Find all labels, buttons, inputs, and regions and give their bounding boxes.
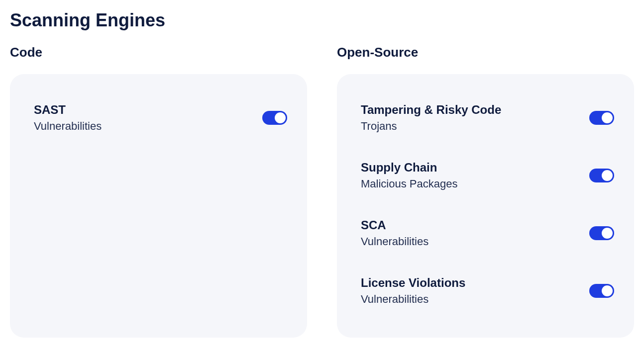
engine-text: Supply Chain Malicious Packages — [361, 161, 457, 190]
engine-row-sca: SCA Vulnerabilities — [361, 209, 614, 257]
toggle-sca[interactable] — [589, 226, 614, 240]
toggle-knob — [602, 170, 613, 181]
toggle-knob — [602, 228, 613, 239]
engine-desc: Vulnerabilities — [361, 235, 429, 248]
engine-row-tampering: Tampering & Risky Code Trojans — [361, 94, 614, 142]
engine-text: Tampering & Risky Code Trojans — [361, 103, 501, 133]
section-title-open-source: Open-Source — [337, 45, 634, 60]
engine-desc: Vulnerabilities — [361, 293, 465, 306]
section-title-code: Code — [10, 45, 307, 60]
engine-text: SCA Vulnerabilities — [361, 218, 429, 248]
toggle-supply-chain[interactable] — [589, 169, 614, 182]
card-open-source: Tampering & Risky Code Trojans Supply Ch… — [337, 74, 634, 338]
engine-desc: Trojans — [361, 120, 501, 133]
engine-row-license: License Violations Vulnerabilities — [361, 267, 614, 315]
column-code: Code SAST Vulnerabilities — [10, 45, 307, 338]
engine-desc: Vulnerabilities — [34, 120, 102, 133]
engine-name: Tampering & Risky Code — [361, 103, 501, 117]
toggle-tampering[interactable] — [589, 111, 614, 125]
engine-name: SCA — [361, 218, 429, 232]
engine-name: License Violations — [361, 276, 465, 290]
engine-text: SAST Vulnerabilities — [34, 103, 102, 133]
toggle-knob — [275, 112, 286, 123]
engine-name: SAST — [34, 103, 102, 117]
toggle-sast[interactable] — [262, 111, 287, 125]
toggle-knob — [602, 112, 613, 123]
column-open-source: Open-Source Tampering & Risky Code Troja… — [337, 45, 634, 338]
toggle-license[interactable] — [589, 284, 614, 298]
engine-name: Supply Chain — [361, 161, 457, 175]
toggle-knob — [602, 285, 613, 296]
columns-container: Code SAST Vulnerabilities Open-Source Ta… — [10, 45, 634, 338]
card-code: SAST Vulnerabilities — [10, 74, 307, 338]
engine-row-sast: SAST Vulnerabilities — [34, 94, 287, 142]
page-title: Scanning Engines — [10, 10, 634, 31]
engine-text: License Violations Vulnerabilities — [361, 276, 465, 306]
engine-row-supply-chain: Supply Chain Malicious Packages — [361, 152, 614, 199]
engine-desc: Malicious Packages — [361, 178, 457, 190]
